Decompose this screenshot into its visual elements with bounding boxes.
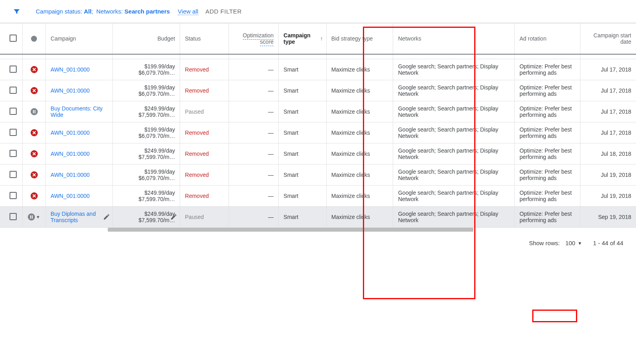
campaign-link[interactable]: AWN_001:0000 bbox=[50, 130, 89, 136]
bid-strategy: Maximize clicks bbox=[326, 186, 393, 207]
budget-monthly: $7,599.70/m… bbox=[118, 217, 175, 223]
table-row[interactable]: AWN_001:0000 $199.99/day$6,079.70/m… Rem… bbox=[0, 122, 636, 143]
bid-strategy: Maximize clicks bbox=[326, 122, 393, 143]
optimization-score: — bbox=[229, 59, 279, 80]
removed-icon[interactable] bbox=[31, 150, 38, 157]
ad-rotation-text: Optimize: Prefer best performing ads bbox=[514, 59, 580, 80]
table-footer: Show rows: 100 ▼ 1 - 44 of 44 bbox=[0, 232, 636, 246]
campaign-link[interactable]: AWN_001:0000 bbox=[50, 151, 89, 157]
budget-monthly: $6,079.70/m… bbox=[118, 133, 175, 139]
budget-monthly: $6,079.70/m… bbox=[118, 175, 175, 181]
ad-rotation-text: Optimize: Prefer best performing ads bbox=[514, 101, 580, 122]
filter-chip-networks[interactable]: Networks: Search partners bbox=[96, 8, 170, 15]
header-status-dot[interactable] bbox=[22, 23, 45, 54]
removed-icon[interactable] bbox=[31, 192, 38, 199]
campaign-link[interactable]: AWN_001:0000 bbox=[50, 172, 89, 178]
row-checkbox[interactable] bbox=[10, 129, 17, 136]
budget-daily: $249.99/day bbox=[118, 190, 175, 196]
campaign-link[interactable]: AWN_001:0000 bbox=[50, 66, 89, 73]
status-text: Removed bbox=[185, 87, 209, 94]
budget-daily: $249.99/day bbox=[118, 211, 175, 217]
status-text: Removed bbox=[185, 172, 209, 178]
campaign-link[interactable]: Buy Diplomas and Transcripts bbox=[50, 211, 96, 223]
horizontal-scrollbar[interactable] bbox=[108, 228, 473, 232]
row-checkbox[interactable] bbox=[10, 192, 17, 199]
campaign-link[interactable]: Buy Documents: City Wide bbox=[50, 105, 103, 118]
networks-text: Google search; Search partners; Display … bbox=[393, 207, 514, 228]
table-row[interactable]: AWN_001:0000 $249.99/day$7,599.70/m… Rem… bbox=[0, 143, 636, 165]
header-select-all[interactable] bbox=[0, 23, 22, 54]
optimization-score: — bbox=[229, 143, 279, 165]
removed-icon[interactable] bbox=[31, 66, 38, 73]
networks-text: Google search; Search partners; Display … bbox=[393, 165, 514, 186]
campaign-type: Smart bbox=[279, 80, 326, 101]
filter-funnel-icon[interactable] bbox=[12, 7, 21, 16]
add-filter-button[interactable]: ADD FILTER bbox=[206, 8, 242, 15]
networks-text: Google search; Search partners; Display … bbox=[393, 143, 514, 165]
header-campaign-type[interactable]: Campaign type↑ bbox=[279, 23, 326, 54]
table-row[interactable]: AWN_001:0000 $249.99/day$7,599.70/m… Rem… bbox=[0, 186, 636, 207]
filter-bar: Campaign status: All; Networks: Search p… bbox=[0, 0, 636, 23]
header-optimization-score[interactable]: Optimization score bbox=[229, 23, 279, 54]
edit-budget-icon[interactable] bbox=[170, 213, 177, 221]
networks-text: Google search; Search partners; Display … bbox=[393, 122, 514, 143]
removed-icon[interactable] bbox=[31, 171, 38, 178]
chevron-down-icon[interactable]: ▼ bbox=[36, 215, 40, 219]
table-row[interactable]: Buy Documents: City Wide $249.99/day$7,5… bbox=[0, 101, 636, 122]
chevron-down-icon[interactable]: ▼ bbox=[578, 241, 582, 246]
campaign-type: Smart bbox=[279, 122, 326, 143]
campaign-type: Smart bbox=[279, 165, 326, 186]
optimization-score: — bbox=[229, 207, 279, 228]
status-text: Removed bbox=[185, 193, 209, 199]
paused-icon[interactable] bbox=[28, 213, 35, 221]
start-date: Jul 18, 2018 bbox=[580, 143, 636, 165]
networks-text: Google search; Search partners; Display … bbox=[393, 59, 514, 80]
optimization-score: — bbox=[229, 101, 279, 122]
budget-daily: $249.99/day bbox=[118, 105, 175, 112]
header-bid-strategy[interactable]: Bid strategy type bbox=[326, 23, 393, 54]
table-row[interactable]: AWN_001:0000 $199.99/day$6,079.70/m… Rem… bbox=[0, 165, 636, 186]
budget-daily: $199.99/day bbox=[118, 126, 175, 133]
row-checkbox[interactable] bbox=[10, 108, 17, 115]
page-range: 1 - 44 of 44 bbox=[593, 240, 623, 246]
header-networks[interactable]: Networks bbox=[393, 23, 514, 54]
ad-rotation-text: Optimize: Prefer best performing ads bbox=[514, 207, 580, 228]
show-rows-value[interactable]: 100 bbox=[565, 240, 575, 246]
status-text: Paused bbox=[185, 108, 204, 115]
row-checkbox[interactable] bbox=[10, 66, 17, 73]
table-row[interactable]: ▼ Buy Diplomas and Transcripts $249.99/d… bbox=[0, 207, 636, 228]
filter-status-label: Campaign status: bbox=[36, 8, 82, 15]
row-checkbox[interactable] bbox=[10, 150, 17, 157]
budget-monthly: $6,079.70/m… bbox=[118, 91, 175, 97]
bid-strategy: Maximize clicks bbox=[326, 207, 393, 228]
table-row[interactable]: AWN_001:0000 $199.99/day$6,079.70/m… Rem… bbox=[0, 59, 636, 80]
header-budget[interactable]: Budget bbox=[113, 23, 180, 54]
filter-status-value: All bbox=[84, 8, 91, 15]
networks-text: Google search; Search partners; Display … bbox=[393, 186, 514, 207]
campaigns-table-container: Campaign Budget Status Optimization scor… bbox=[0, 23, 636, 232]
paused-icon[interactable] bbox=[31, 108, 38, 115]
view-all-link[interactable]: View all bbox=[178, 8, 198, 15]
row-checkbox[interactable] bbox=[10, 87, 17, 94]
header-start-date[interactable]: Campaign start date bbox=[580, 23, 636, 54]
table-header-row: Campaign Budget Status Optimization scor… bbox=[0, 23, 636, 54]
header-status[interactable]: Status bbox=[180, 23, 229, 54]
removed-icon[interactable] bbox=[31, 129, 38, 136]
row-checkbox[interactable] bbox=[10, 213, 17, 220]
header-ad-rotation[interactable]: Ad rotation bbox=[514, 23, 580, 54]
header-campaign[interactable]: Campaign bbox=[46, 23, 113, 54]
campaigns-table: Campaign Budget Status Optimization scor… bbox=[0, 23, 636, 228]
optimization-score: — bbox=[229, 186, 279, 207]
status-dot-icon bbox=[31, 36, 37, 42]
sort-ascending-icon: ↑ bbox=[320, 35, 323, 42]
ad-rotation-text: Optimize: Prefer best performing ads bbox=[514, 80, 580, 101]
removed-icon[interactable] bbox=[31, 87, 38, 94]
start-date: Jul 17, 2018 bbox=[580, 80, 636, 101]
edit-campaign-icon[interactable] bbox=[103, 213, 110, 221]
campaign-link[interactable]: AWN_001:0000 bbox=[50, 193, 89, 199]
bid-strategy: Maximize clicks bbox=[326, 143, 393, 165]
campaign-link[interactable]: AWN_001:0000 bbox=[50, 87, 89, 94]
table-row[interactable]: AWN_001:0000 $199.99/day$6,079.70/m… Rem… bbox=[0, 80, 636, 101]
row-checkbox[interactable] bbox=[10, 171, 17, 178]
filter-chip-status[interactable]: Campaign status: All; bbox=[36, 8, 94, 15]
